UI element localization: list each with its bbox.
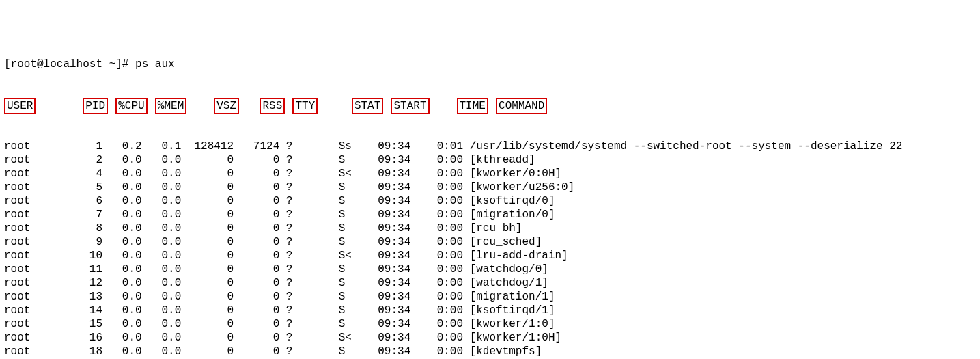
- cell-time: 0:00: [417, 263, 463, 276]
- cell-user: root: [4, 276, 37, 290]
- cell-vsz: 0: [181, 290, 234, 304]
- cell-pid: 14: [37, 304, 102, 317]
- cell-mem: 0.0: [142, 345, 182, 358]
- cell-cpu: 0.0: [102, 249, 142, 263]
- cell-time: 0:00: [417, 290, 463, 304]
- cell-mem: 0.1: [142, 139, 182, 153]
- cell-start: 09:34: [372, 345, 411, 358]
- cell-mem: 0.0: [142, 263, 182, 276]
- cell-rss: 0: [234, 235, 279, 249]
- cell-time: 0:00: [417, 276, 463, 290]
- cell-stat: S: [339, 235, 365, 249]
- cell-time: 0:01: [417, 139, 463, 153]
- cell-start: 09:34: [372, 317, 411, 331]
- cell-vsz: 0: [181, 235, 234, 249]
- process-row: root60.00.000?S09:340:00[ksoftirqd/0]: [4, 194, 976, 208]
- cell-mem: 0.0: [142, 249, 182, 263]
- cell-tty: ?: [286, 222, 299, 235]
- cell-command: [migration/0]: [470, 208, 555, 222]
- cell-command: [migration/1]: [470, 290, 555, 304]
- cell-start: 09:34: [372, 181, 411, 194]
- process-row: root90.00.000?S09:340:00[rcu_sched]: [4, 235, 976, 249]
- process-row: root120.00.000?S09:340:00[watchdog/1]: [4, 276, 976, 290]
- cell-time: 0:00: [417, 167, 463, 181]
- cell-user: root: [4, 331, 37, 345]
- process-row: root40.00.000?S<09:340:00[kworker/0:0H]: [4, 167, 976, 181]
- shell-prompt: [root@localhost ~]# ps aux: [4, 57, 976, 71]
- cell-command: [rcu_sched]: [470, 235, 542, 249]
- header-stat: STAT: [352, 98, 383, 114]
- cell-time: 0:00: [417, 317, 463, 331]
- cell-cpu: 0.2: [102, 139, 142, 153]
- process-row: root150.00.000?S09:340:00[kworker/1:0]: [4, 317, 976, 331]
- cell-command: [kworker/1:0]: [470, 317, 555, 331]
- header-start: START: [391, 98, 429, 114]
- cell-mem: 0.0: [142, 317, 182, 331]
- cell-vsz: 0: [181, 208, 234, 222]
- process-row: root80.00.000?S09:340:00[rcu_bh]: [4, 222, 976, 235]
- cell-command: [kworker/0:0H]: [470, 167, 561, 181]
- cell-vsz: 0: [181, 194, 234, 208]
- cell-cpu: 0.0: [102, 345, 142, 358]
- header-command: COMMAND: [496, 98, 547, 114]
- cell-start: 09:34: [372, 153, 411, 167]
- cell-pid: 11: [37, 263, 102, 276]
- cell-rss: 0: [234, 208, 279, 222]
- cell-start: 09:34: [372, 276, 411, 290]
- cell-start: 09:34: [372, 290, 411, 304]
- cell-rss: 0: [234, 276, 279, 290]
- cell-cpu: 0.0: [102, 290, 142, 304]
- cell-mem: 0.0: [142, 276, 182, 290]
- header-user: USER: [4, 98, 36, 114]
- cell-stat: S<: [339, 249, 365, 263]
- cell-user: root: [4, 290, 37, 304]
- process-row: root180.00.000?S09:340:00[kdevtmpfs]: [4, 345, 976, 358]
- cell-pid: 8: [37, 222, 102, 235]
- cell-mem: 0.0: [142, 331, 182, 345]
- cell-cpu: 0.0: [102, 317, 142, 331]
- cell-start: 09:34: [372, 167, 411, 181]
- cell-mem: 0.0: [142, 153, 182, 167]
- cell-cpu: 0.0: [102, 153, 142, 167]
- cell-start: 09:34: [372, 304, 411, 317]
- cell-stat: S: [339, 345, 365, 358]
- cell-start: 09:34: [372, 331, 411, 345]
- cell-tty: ?: [286, 304, 299, 317]
- cell-vsz: 0: [181, 167, 234, 181]
- cell-tty: ?: [286, 167, 299, 181]
- header-time: TIME: [457, 98, 488, 114]
- cell-user: root: [4, 317, 37, 331]
- cell-rss: 0: [234, 331, 279, 345]
- header-pid: PID: [83, 98, 108, 114]
- cell-command: [kthreadd]: [470, 153, 535, 167]
- cell-stat: S<: [339, 331, 365, 345]
- cell-cpu: 0.0: [102, 181, 142, 194]
- cell-cpu: 0.0: [102, 263, 142, 276]
- cell-tty: ?: [286, 249, 299, 263]
- cell-command: [ksoftirqd/0]: [470, 194, 555, 208]
- process-row: root50.00.000?S09:340:00[kworker/u256:0]: [4, 181, 976, 194]
- cell-stat: S: [339, 304, 365, 317]
- cell-tty: ?: [286, 263, 299, 276]
- cell-command: [rcu_bh]: [470, 222, 522, 235]
- cell-cpu: 0.0: [102, 208, 142, 222]
- cell-time: 0:00: [417, 249, 463, 263]
- cell-rss: 0: [234, 304, 279, 317]
- cell-vsz: 0: [181, 331, 234, 345]
- cell-pid: 7: [37, 208, 102, 222]
- process-row: root130.00.000?S09:340:00[migration/1]: [4, 290, 976, 304]
- cell-stat: S: [339, 276, 365, 290]
- cell-stat: S: [339, 263, 365, 276]
- cell-start: 09:34: [372, 235, 411, 249]
- cell-time: 0:00: [417, 208, 463, 222]
- cell-pid: 9: [37, 235, 102, 249]
- cell-mem: 0.0: [142, 290, 182, 304]
- cell-cpu: 0.0: [102, 331, 142, 345]
- cell-stat: Ss: [339, 139, 365, 153]
- cell-rss: 0: [234, 249, 279, 263]
- cell-pid: 18: [37, 345, 102, 358]
- cell-command: [lru-add-drain]: [470, 249, 568, 263]
- cell-time: 0:00: [417, 153, 463, 167]
- header-cpu: %CPU: [115, 98, 147, 114]
- cell-user: root: [4, 304, 37, 317]
